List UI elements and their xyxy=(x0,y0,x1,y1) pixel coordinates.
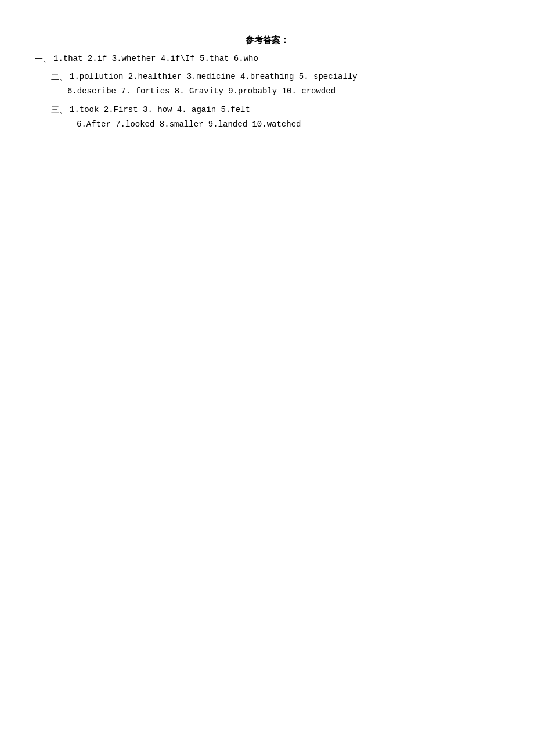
page-title: 参考答案： xyxy=(35,35,499,46)
section-1-label: 一、 xyxy=(35,52,51,66)
page-container: 参考答案： 一、 1.that 2.if 3.whether 4.if\If 5… xyxy=(35,35,499,132)
section-2-line1: 1.pollution 2.healthier 3.medicine 4.bre… xyxy=(70,70,358,84)
section-3-line2: 6.After 7.looked 8.smaller 9.landed 10.w… xyxy=(77,120,301,129)
section-3-line1: 1.took 2.First 3. how 4. again 5.felt xyxy=(70,103,250,117)
section-2: 二、 1.pollution 2.healthier 3.medicine 4.… xyxy=(35,70,499,99)
section-2-label: 二、 xyxy=(51,70,67,84)
section-1: 一、 1.that 2.if 3.whether 4.if\If 5.that … xyxy=(35,52,499,66)
section-3: 三、 1.took 2.First 3. how 4. again 5.felt… xyxy=(35,103,499,132)
section-2-line2: 6.describe 7. forties 8. Gravity 9.proba… xyxy=(67,87,335,96)
section-3-label: 三、 xyxy=(51,103,67,117)
section-1-line1: 1.that 2.if 3.whether 4.if\If 5.that 6.w… xyxy=(53,52,258,66)
